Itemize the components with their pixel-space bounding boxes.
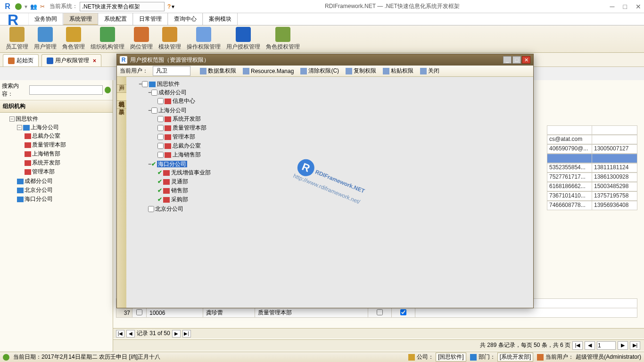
tree-node[interactable]: 成都分公司 xyxy=(17,177,111,186)
tree-node[interactable]: −✔海口分公司✔无线增值事业部✔灵通部✔销售部✔采购部 xyxy=(148,160,530,205)
checked-icon[interactable]: ✔ xyxy=(157,178,162,185)
menu-item[interactable]: 查询中心 xyxy=(168,13,203,25)
tree-node[interactable]: 质量管理本部 xyxy=(157,123,530,132)
toolbar-button[interactable]: 角色管理 xyxy=(59,26,88,52)
tree-checkbox[interactable] xyxy=(157,134,164,140)
pager-first[interactable]: |◀ xyxy=(572,341,583,350)
expand-icon[interactable]: − xyxy=(17,125,22,130)
dialog-toolbar-button[interactable]: 清除权限(C) xyxy=(298,66,341,76)
tools-icon[interactable]: ✂ xyxy=(40,3,45,10)
toolbar-button[interactable]: 用户管理 xyxy=(31,26,59,52)
tree-node[interactable]: 系统开发部 xyxy=(25,158,111,167)
tree-node[interactable]: ✔销售部 xyxy=(157,186,530,195)
help-icon[interactable]: ? xyxy=(167,3,171,10)
tree-checkbox[interactable] xyxy=(151,90,157,96)
tree-node[interactable]: −国思软件−成都分公司信息中心−上海分公司系统开发部质量管理本部管理本部总裁办公… xyxy=(139,80,530,214)
tree-node[interactable]: −成都分公司信息中心 xyxy=(148,88,530,106)
users-icon[interactable]: 👥 xyxy=(30,3,37,10)
dialog-toolbar-button[interactable]: Resource.Manag xyxy=(241,66,296,76)
nav-first[interactable]: |◀ xyxy=(116,330,124,337)
toolbar-button[interactable]: 角色授权管理 xyxy=(263,26,303,52)
table-row[interactable] xyxy=(547,125,637,135)
tree-node[interactable]: 质量管理本部 xyxy=(25,140,111,149)
tree-node[interactable]: 北京分公司 xyxy=(17,186,111,195)
menu-item[interactable]: 业务协同 xyxy=(28,13,63,25)
nav-prev[interactable]: ◀ xyxy=(126,330,135,337)
nav-next[interactable]: ▶ xyxy=(172,330,181,337)
current-user-value[interactable]: 凡卫 xyxy=(153,66,190,76)
tree-node[interactable]: ✔采购部 xyxy=(157,195,530,204)
expand-icon[interactable]: − xyxy=(148,89,151,96)
row-checkbox[interactable] xyxy=(136,309,142,315)
tree-checkbox[interactable] xyxy=(157,98,164,104)
toolbar-button[interactable]: 操作权限管理 xyxy=(184,26,223,52)
toolbar-button[interactable]: 岗位管理 xyxy=(127,26,156,52)
tree-node[interactable]: 管理本部 xyxy=(157,132,530,141)
tree-node[interactable]: 系统开发部 xyxy=(157,115,530,123)
table-row[interactable]: 7527761717...13861300928 xyxy=(547,173,637,182)
tree-node[interactable]: −上海分公司总裁办公室质量管理本部上海销售部系统开发部管理本部 xyxy=(17,123,111,177)
table-row[interactable]: 7367101410...13757195758 xyxy=(547,191,637,201)
tree-checkbox[interactable] xyxy=(157,116,164,122)
toolbar-button[interactable]: 组织机构管理 xyxy=(88,26,127,52)
table-row[interactable] xyxy=(547,154,637,163)
dialog-minimize[interactable]: _ xyxy=(503,56,512,64)
checked-icon[interactable]: ✔ xyxy=(151,161,156,167)
dialog-maximize[interactable]: □ xyxy=(512,56,521,64)
pager-prev[interactable]: ◀ xyxy=(585,341,595,350)
tab-close-icon[interactable]: × xyxy=(93,58,96,64)
checked-icon[interactable]: ✔ xyxy=(157,196,162,203)
checked-icon[interactable]: ✔ xyxy=(157,187,162,194)
pager-next[interactable]: ▶ xyxy=(618,341,628,350)
table-row[interactable]: 6168186662...15003485298 xyxy=(547,182,637,191)
tree-node[interactable]: ✔无线增值事业部 xyxy=(157,168,530,177)
status-dot-icon[interactable] xyxy=(15,3,22,10)
tree-node[interactable]: 信息中心 xyxy=(157,97,530,106)
close-button[interactable]: ✕ xyxy=(636,3,641,10)
menu-item[interactable]: 日常管理 xyxy=(133,13,168,25)
tree-checkbox[interactable] xyxy=(157,152,164,158)
menu-item[interactable]: 系统配置 xyxy=(98,13,133,25)
tree-node[interactable]: 总裁办公室 xyxy=(25,132,111,140)
search-go-icon[interactable] xyxy=(105,87,111,93)
menu-item[interactable]: 案例模块 xyxy=(203,13,238,25)
tree-node[interactable]: 海口分公司 xyxy=(17,195,111,204)
vertical-tab[interactable]: 模块（菜单） xyxy=(117,101,126,109)
dialog-close[interactable]: ✕ xyxy=(522,56,530,64)
dialog-titlebar[interactable]: R 用户授权范围（资源管理权限） _ □ ✕ xyxy=(117,54,533,66)
dialog-toolbar-button[interactable]: 复制权限 xyxy=(344,66,378,76)
vertical-tab[interactable]: 角色 xyxy=(117,85,126,93)
table-row[interactable]: 5352355854...13811181124 xyxy=(547,163,637,173)
tree-node[interactable]: 管理本部 xyxy=(25,167,111,176)
current-system-select[interactable]: .NET快速开发整合框架 xyxy=(80,2,165,11)
expand-icon[interactable]: − xyxy=(148,107,151,114)
toolbar-button[interactable]: 员工管理 xyxy=(3,26,31,52)
pager-page-input[interactable] xyxy=(597,341,616,350)
table-row[interactable]: 406590790@...13005007127 xyxy=(547,144,637,154)
expand-icon[interactable]: − xyxy=(9,116,15,122)
tree-checkbox[interactable] xyxy=(151,107,157,114)
dropdown-icon[interactable]: ▾ xyxy=(25,3,27,10)
row-checkbox[interactable] xyxy=(377,309,383,315)
menu-item[interactable]: 系统管理 xyxy=(63,13,98,25)
tree-node[interactable]: −国思软件−上海分公司总裁办公室质量管理本部上海销售部系统开发部管理本部成都分公… xyxy=(9,115,111,204)
vertical-tab[interactable]: 用户 xyxy=(117,77,126,85)
expand-icon[interactable]: − xyxy=(148,161,151,167)
tree-checkbox[interactable] xyxy=(142,81,148,87)
search-input[interactable] xyxy=(29,85,103,95)
toolbar-button[interactable]: 用户授权管理 xyxy=(223,26,263,52)
vertical-tab[interactable]: 组织机构 xyxy=(117,93,126,101)
nav-last[interactable]: ▶| xyxy=(182,330,191,337)
table-row[interactable]: 7466608778...13956936408 xyxy=(547,201,637,210)
checked-icon[interactable]: ✔ xyxy=(157,169,162,176)
maximize-button[interactable]: □ xyxy=(623,3,627,10)
dialog-toolbar-button[interactable]: 关闭 xyxy=(418,66,441,76)
table-row[interactable]: cs@atat.com xyxy=(547,135,637,144)
toolbar-button[interactable]: 模块管理 xyxy=(156,26,184,52)
doc-tab[interactable]: 用户权限管理× xyxy=(41,54,101,66)
tree-node[interactable]: 上海销售部 xyxy=(25,149,111,158)
pager-last[interactable]: ▶| xyxy=(630,341,640,350)
minimize-button[interactable]: ─ xyxy=(610,3,615,10)
doc-tab[interactable]: 起始页 xyxy=(3,54,39,66)
tree-node[interactable]: 上海销售部 xyxy=(157,150,530,159)
